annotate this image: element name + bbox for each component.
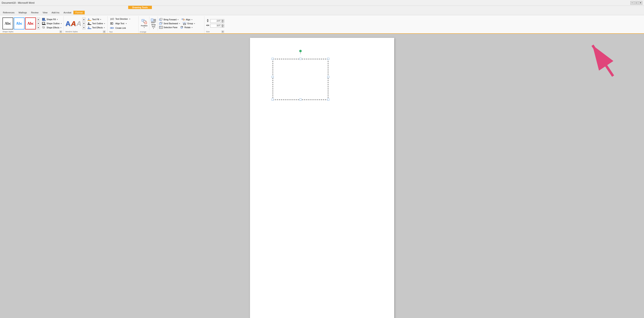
position-button[interactable]: Position ▼ (140, 16, 149, 30)
menu-acrobat[interactable]: Acrobat (62, 11, 73, 14)
menu-addins[interactable]: Add-Ins (50, 11, 62, 14)
svg-rect-48 (181, 27, 182, 28)
svg-rect-39 (183, 22, 184, 23)
wordart-expand[interactable]: ▼ (82, 26, 86, 29)
text-direction-arrow: ▼ (129, 18, 130, 20)
rotation-handle[interactable] (299, 50, 302, 52)
bring-forward-button[interactable]: Bring Forward ▼ (158, 18, 180, 21)
text-outline-button[interactable]: A Text Outline ▼ (87, 22, 106, 25)
shape-styles-expand[interactable]: ▼ (37, 26, 40, 29)
svg-marker-54 (206, 24, 207, 26)
shape-style-btn-3[interactable]: Abc (25, 17, 36, 29)
selection-pane-button[interactable]: Selection Pane (158, 25, 178, 29)
height-decrease-btn[interactable]: ▼ (221, 21, 224, 23)
wordart-styles-expand-icon[interactable]: ⊡ (103, 30, 106, 33)
wordart-scroll-up[interactable]: ▲ (82, 17, 86, 21)
width-increase-btn[interactable]: ▲ (221, 24, 224, 26)
menu-review[interactable]: Review (29, 11, 40, 14)
wrap-text-arrow: ▼ (153, 28, 154, 29)
width-decrease-btn[interactable]: ▼ (221, 26, 224, 27)
shape-style-btn-2[interactable]: Abc (14, 17, 24, 29)
svg-rect-36 (183, 19, 185, 20)
text-fill-arrow: ▼ (100, 19, 102, 20)
group-button[interactable]: Group ▼ (182, 22, 196, 25)
handle-bottom-middle[interactable] (300, 99, 302, 101)
svg-rect-16 (110, 23, 112, 24)
align-button[interactable]: Align ▼ (180, 18, 194, 21)
svg-rect-44 (160, 27, 160, 28)
window-controls: ─ □ ✕ (630, 1, 642, 5)
shape-outline-button[interactable]: Shape Outline ▼ (42, 22, 62, 25)
shape-style-btn-1[interactable]: Abc (2, 17, 13, 29)
align-text-button[interactable]: Align Text ▼ (109, 21, 137, 25)
handle-top-right[interactable] (327, 58, 329, 60)
svg-marker-55 (208, 24, 209, 26)
svg-rect-42 (159, 26, 162, 29)
group-icon (183, 22, 186, 25)
svg-rect-17 (110, 24, 113, 24)
size-group-label: Size (206, 31, 210, 33)
shape-box[interactable] (273, 59, 328, 100)
shape-fill-button[interactable]: Shape Fill ▼ (42, 18, 62, 21)
svg-rect-9 (88, 24, 91, 25)
handle-middle-left[interactable] (272, 76, 274, 78)
handle-middle-right[interactable] (327, 76, 329, 78)
height-increase-btn[interactable]: ▲ (221, 19, 224, 21)
svg-marker-14 (114, 18, 114, 19)
text-effects-button[interactable]: A Text Effects ▼ (87, 26, 106, 29)
svg-rect-2 (42, 22, 45, 24)
annotation-arrow (586, 41, 619, 79)
svg-marker-47 (182, 26, 183, 27)
group-arrow: ▼ (194, 23, 195, 24)
svg-rect-7 (88, 20, 91, 21)
shape-effects-button[interactable]: Shape Effects ▼ (42, 26, 62, 29)
rotate-arrow: ▼ (192, 27, 193, 28)
group-label: Group (187, 22, 193, 25)
wordart-styles-label: WordArt Styles (65, 31, 78, 33)
shape-styles-scroll-up[interactable]: ▲ (37, 17, 40, 21)
wordart-scroll-down[interactable]: ▼ (82, 22, 86, 25)
height-input[interactable]: 2.5" (210, 19, 221, 23)
send-backward-icon (159, 22, 163, 25)
wrap-text-button[interactable]: Wrap Text ▼ (149, 16, 158, 30)
svg-rect-26 (151, 19, 153, 21)
position-arrow: ▼ (144, 27, 145, 28)
create-link-button[interactable]: Create Link (109, 26, 137, 30)
arrange-group-label: Arrange (140, 31, 146, 33)
handle-top-middle[interactable] (300, 58, 302, 60)
align-label: Align (186, 18, 190, 21)
menu-view[interactable]: View (40, 11, 50, 14)
minimize-button[interactable]: ─ (630, 1, 634, 5)
handle-bottom-right[interactable] (327, 99, 329, 101)
svg-rect-40 (185, 22, 186, 23)
menu-format[interactable]: Format (73, 11, 85, 14)
align-text-arrow: ▼ (126, 23, 127, 24)
height-resize-icon (206, 19, 210, 22)
text-fill-button[interactable]: A Text Fill ▼ (87, 18, 106, 21)
svg-text:||A: ||A (110, 18, 113, 20)
menu-references[interactable]: References (1, 11, 16, 14)
wordart-letter-a-red: A (71, 19, 76, 27)
rotate-label: Rotate (184, 26, 190, 29)
shape-styles-expand-icon[interactable]: ⊡ (59, 30, 62, 33)
svg-rect-11 (88, 28, 91, 29)
position-label: Position (141, 25, 148, 27)
text-direction-button[interactable]: ||A Text Direction ▼ (109, 17, 137, 21)
text-effects-arrow: ▼ (104, 27, 105, 28)
close-button[interactable]: ✕ (639, 1, 642, 5)
size-expand-icon[interactable]: ⊡ (221, 30, 224, 33)
handle-top-left[interactable] (272, 58, 274, 60)
restore-button[interactable]: □ (634, 1, 638, 5)
rotate-icon (180, 26, 184, 29)
handle-bottom-left[interactable] (272, 99, 274, 101)
width-input[interactable]: 3.5" (210, 24, 221, 27)
send-backward-label: Send Backward (164, 22, 178, 25)
height-icon (206, 19, 210, 23)
send-backward-button[interactable]: Send Backward ▼ (158, 22, 181, 25)
align-text-label: Align Text (116, 22, 124, 25)
rotate-button[interactable]: Rotate ▼ (179, 25, 194, 29)
menu-mailings[interactable]: Mailings (16, 11, 29, 14)
ribbon: Abc Abc Abc ▲ ▼ ▼ (0, 15, 644, 34)
shape-styles-scroll-down[interactable]: ▼ (37, 22, 40, 25)
size-group: 2.5" ▲ ▼ 3.5" ▲ ▼ (204, 16, 226, 33)
